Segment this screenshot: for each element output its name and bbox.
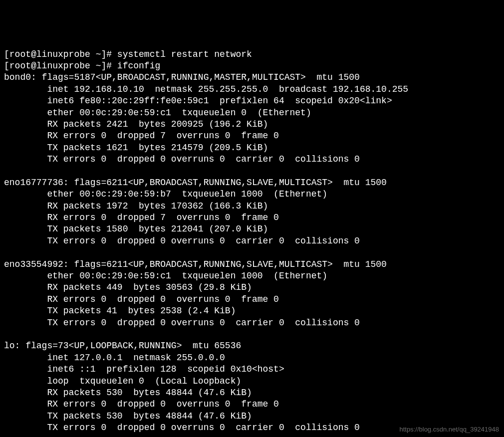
iface-lo-loop: loop txqueuelen 0 (Local Loopback)	[4, 376, 241, 386]
iface-eno2-tx-packets: TX packets 41 bytes 2538 (2.4 KiB)	[4, 306, 236, 316]
iface-lo-tx-errors: TX errors 0 dropped 0 overruns 0 carrier…	[4, 423, 360, 433]
iface-lo-rx-errors: RX errors 0 dropped 0 overruns 0 frame 0	[4, 399, 279, 409]
iface-bond0-rx-errors: RX errors 0 dropped 7 overruns 0 frame 0	[4, 131, 279, 141]
iface-eno2-tx-errors: TX errors 0 dropped 0 overruns 0 carrier…	[4, 318, 360, 328]
iface-bond0-inet6: inet6 fe80::20c:29ff:fe0e:59c1 prefixlen…	[4, 96, 392, 106]
iface-eno1-tx-errors: TX errors 0 dropped 0 overruns 0 carrier…	[4, 236, 360, 246]
iface-bond0-header: bond0: flags=5187<UP,BROADCAST,RUNNING,M…	[4, 72, 360, 82]
watermark-text: https://blog.csdn.net/qq_39241948	[400, 426, 500, 434]
iface-eno1-tx-packets: TX packets 1580 bytes 212041 (207.0 KiB)	[4, 224, 268, 234]
iface-bond0-inet: inet 192.168.10.10 netmask 255.255.255.0…	[4, 84, 408, 94]
iface-eno1-rx-packets: RX packets 1972 bytes 170362 (166.3 KiB)	[4, 201, 268, 211]
command-text: ifconfig	[117, 61, 160, 71]
shell-prompt: [root@linuxprobe ~]#	[4, 61, 117, 71]
iface-lo-header: lo: flags=73<UP,LOOPBACK,RUNNING> mtu 65…	[4, 341, 241, 351]
iface-eno2-rx-packets: RX packets 449 bytes 30563 (29.8 KiB)	[4, 282, 252, 292]
iface-bond0-ether: ether 00:0c:29:0e:59:c1 txqueuelen 0 (Et…	[4, 108, 311, 118]
iface-bond0-tx-errors: TX errors 0 dropped 0 overruns 0 carrier…	[4, 154, 360, 164]
iface-lo-rx-packets: RX packets 530 bytes 48844 (47.6 KiB)	[4, 388, 252, 398]
iface-lo-inet6: inet6 ::1 prefixlen 128 scopeid 0x10<hos…	[4, 364, 284, 374]
iface-bond0-rx-packets: RX packets 2421 bytes 200925 (196.2 KiB)	[4, 119, 268, 129]
iface-eno1-header: eno16777736: flags=6211<UP,BROADCAST,RUN…	[4, 178, 387, 188]
iface-bond0-tx-packets: TX packets 1621 bytes 214579 (209.5 KiB)	[4, 143, 268, 153]
prompt-line-1: [root@linuxprobe ~]# systemctl restart n…	[4, 49, 252, 59]
shell-prompt: [root@linuxprobe ~]#	[4, 49, 117, 59]
iface-eno2-ether: ether 00:0c:29:0e:59:c1 txqueuelen 1000 …	[4, 271, 327, 281]
iface-eno1-ether: ether 00:0c:29:0e:59:b7 txqueuelen 1000 …	[4, 189, 327, 199]
iface-lo-tx-packets: TX packets 530 bytes 48844 (47.6 KiB)	[4, 411, 252, 421]
iface-eno2-rx-errors: RX errors 0 dropped 0 overruns 0 frame 0	[4, 294, 279, 304]
terminal-output[interactable]: [root@linuxprobe ~]# systemctl restart n…	[4, 49, 500, 434]
iface-eno1-rx-errors: RX errors 0 dropped 7 overruns 0 frame 0	[4, 213, 279, 222]
iface-lo-inet: inet 127.0.0.1 netmask 255.0.0.0	[4, 353, 225, 363]
command-text: systemctl restart network	[117, 49, 252, 59]
iface-eno2-header: eno33554992: flags=6211<UP,BROADCAST,RUN…	[4, 259, 387, 269]
prompt-line-2: [root@linuxprobe ~]# ifconfig	[4, 61, 160, 71]
